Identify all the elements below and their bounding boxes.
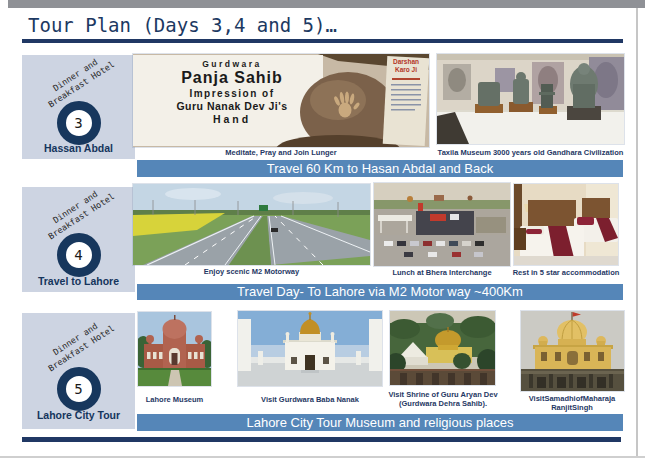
photo-illustration [521, 311, 624, 391]
darshan-sign-text: Darshan Karo Ji [385, 58, 427, 74]
slide-footer-line [22, 437, 621, 442]
caption-line1: Visit Shrine of Guru Aryan Dev [378, 390, 508, 399]
photo-illustration [238, 311, 382, 386]
photo-illustration [133, 184, 370, 265]
photo-gurdwara-baba-nanak [238, 311, 382, 386]
photo-caption: Lunch at Bhera Interchange [374, 268, 510, 277]
day-4-panel: Dinner and Breakfast Hotel 4 Travel to L… [22, 187, 135, 292]
photo-m2-motorway [133, 184, 370, 265]
caption-line1: VisitSamadhiofMaharaja [511, 394, 633, 403]
photo-lahore-museum [138, 312, 211, 386]
sign-line: Hand [135, 113, 329, 125]
photo-caption: Meditate, Pray and Join Lunger [133, 148, 429, 157]
window-top-border [8, 0, 645, 8]
photo-caption: Lahore Museum [128, 395, 221, 404]
photo-illustration [390, 311, 495, 385]
slide-title: Tour Plan (Days 3,4 and 5)… [28, 14, 337, 36]
photo-caption: Visit Gurdwara Baba Nanak [238, 395, 382, 404]
photo-caption: Visit Shrine of Guru Aryan Dev (Gurdwara… [378, 390, 508, 409]
photo-taxila-museum [437, 54, 624, 144]
travel-banner-day4: Travel Day- To Lahore via M2 Motor way ~… [137, 284, 623, 300]
caption-line2: RanjitSingh [511, 403, 633, 412]
photo-samadhi-ranjit-singh [521, 311, 624, 391]
sign-line: Panja Sahib [135, 69, 329, 87]
title-underline [22, 39, 623, 43]
photo-caption: Rest in 5 star accommodation [506, 268, 626, 277]
photo-illustration [514, 184, 618, 265]
photo-bhera-interchange [374, 183, 510, 266]
day-label: Hassan Abdal [22, 142, 135, 154]
slide-screenshot: Tour Plan (Days 3,4 and 5)… Dinner and B… [0, 0, 645, 460]
photo-shrine-guru-arjan [390, 311, 495, 385]
photo-caption: Taxila Museum 3000 years old Gandhara Ci… [437, 148, 624, 157]
panja-sahib-sign-text: Gurdwara Panja Sahib Impression of Guru … [135, 59, 329, 125]
day-number: 4 [74, 247, 82, 263]
day-number: 5 [74, 381, 82, 397]
photo-illustration [437, 54, 624, 144]
photo-panja-sahib: Gurdwara Panja Sahib Impression of Guru … [133, 54, 429, 147]
sign-line: Gurdwara [135, 59, 329, 69]
caption-line2: (Gurdwara Dehra Sahib). [378, 399, 508, 408]
photo-illustration [374, 183, 510, 266]
day-label: Travel to Lahore [22, 275, 135, 287]
day-number-badge: 3 [57, 101, 101, 145]
photo-hotel-room [514, 184, 618, 265]
hotel-note-line1: Dinner and [25, 304, 126, 375]
day-number-badge: 4 [57, 233, 101, 277]
day-3-panel: Dinner and Breakfast Hotel 3 Hassan Abda… [22, 55, 135, 159]
sign-line: Impression of [135, 88, 329, 99]
travel-banner-day5: Lahore City Tour Museum and religious pl… [137, 414, 623, 431]
day-5-panel: Dinner and Breakfast Hotel 5 Lahore City… [22, 313, 135, 429]
sign-line: Guru Nanak Dev Ji's [135, 100, 329, 112]
day-label: Lahore City Tour [22, 409, 135, 421]
travel-banner-day3: Travel 60 Km to Hasan Abdal and Back [137, 160, 623, 177]
day-number: 3 [74, 115, 82, 131]
window-right-border [636, 8, 638, 456]
window-bottom-border [0, 456, 645, 458]
photo-caption: Enjoy scenic M2 Motorway [133, 267, 370, 276]
photo-caption: VisitSamadhiofMaharaja RanjitSingh [511, 394, 633, 413]
photo-illustration [138, 312, 211, 386]
day-number-badge: 5 [57, 367, 101, 411]
